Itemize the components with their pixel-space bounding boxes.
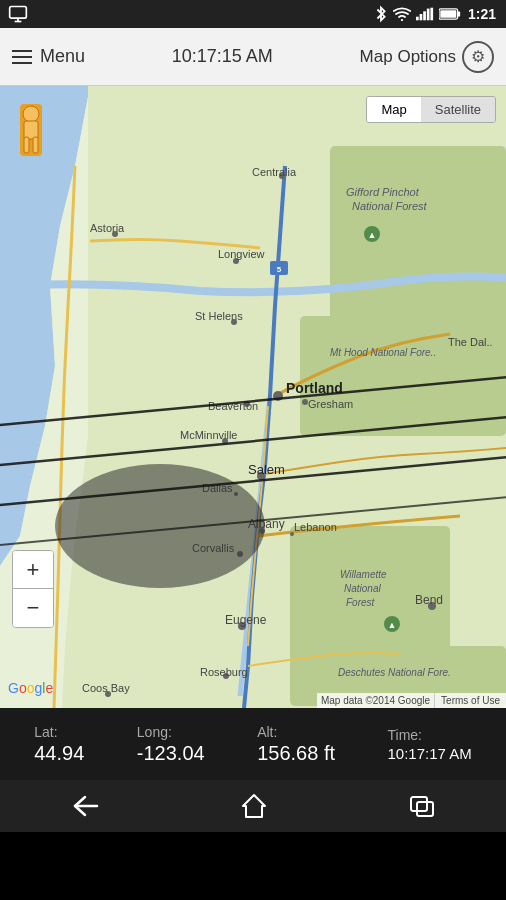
lat-value: 44.94 [34,742,84,765]
svg-text:Salem: Salem [248,462,285,477]
bottom-nav-bar [0,780,506,832]
svg-point-29 [222,438,228,444]
svg-text:Forest: Forest [346,597,376,608]
menu-label: Menu [40,46,85,67]
svg-text:The Dal..: The Dal.. [448,336,493,348]
svg-text:▲: ▲ [368,230,377,240]
svg-rect-18 [290,526,450,706]
svg-point-34 [234,492,238,496]
svg-rect-11 [440,10,456,18]
info-bar: Lat: 44.94 Long: -123.04 Alt: 156.68 ft … [0,708,506,780]
recents-icon [409,795,435,817]
terms-of-use-link[interactable]: Terms of Use [434,693,506,708]
svg-rect-17 [300,316,506,436]
zoom-in-button[interactable]: + [13,551,53,589]
svg-text:Corvallis: Corvallis [192,542,235,554]
svg-text:Gresham: Gresham [308,398,353,410]
svg-text:5: 5 [277,265,282,274]
svg-rect-8 [430,8,433,21]
status-bar: 1:21 [0,0,506,28]
svg-text:▲: ▲ [388,620,397,630]
svg-line-67 [0,456,506,506]
map-type-satellite-button[interactable]: Satellite [421,97,495,122]
pegman-icon[interactable] [12,104,50,156]
svg-point-36 [105,691,111,697]
latitude-display: Lat: 44.94 [34,724,84,765]
svg-rect-83 [417,802,433,816]
svg-text:Roseburg: Roseburg [200,666,248,678]
svg-point-26 [238,622,246,630]
zoom-out-button[interactable]: − [13,589,53,627]
svg-text:Deschutes National Fore.: Deschutes National Fore. [338,667,451,678]
back-button[interactable] [51,787,119,825]
map-data-text: Map data ©2014 Google [317,693,434,708]
svg-point-32 [112,231,118,237]
svg-point-3 [401,19,403,21]
svg-point-33 [233,258,239,264]
google-logo: Google [8,680,53,696]
long-label: Long: [137,724,172,740]
svg-rect-78 [24,137,29,153]
time-display: Time: 10:17:17 AM [388,727,472,762]
map-type-map-button[interactable]: Map [367,97,420,122]
svg-text:Albany: Albany [248,517,285,531]
map-container[interactable]: 5 [0,86,506,708]
svg-point-30 [428,602,436,610]
svg-point-69 [364,226,380,242]
svg-rect-16 [330,146,506,346]
map-attribution: Map data ©2014 Google Terms of Use [317,693,506,708]
status-time: 1:21 [468,6,496,22]
gear-icon: ⚙ [462,41,494,73]
svg-point-23 [257,472,265,480]
svg-rect-7 [427,9,430,21]
svg-text:Portland: Portland [286,380,343,396]
svg-rect-82 [411,797,427,811]
svg-point-25 [237,551,243,557]
svg-rect-5 [420,14,423,20]
bluetooth-icon [374,5,388,23]
svg-text:St Helens: St Helens [195,310,243,322]
svg-point-35 [290,532,294,536]
svg-point-76 [23,106,39,122]
hamburger-icon [12,50,32,64]
svg-point-28 [302,399,308,405]
svg-point-27 [244,401,250,407]
alt-value: 156.68 ft [257,742,335,765]
svg-point-37 [223,673,229,679]
map-background: 5 [0,86,506,708]
svg-point-71 [384,616,400,632]
svg-text:Bend: Bend [415,593,443,607]
current-time: 10:17:15 AM [172,46,273,67]
svg-text:Coos Bay: Coos Bay [82,682,130,694]
svg-text:Lebanon: Lebanon [294,521,337,533]
svg-text:National: National [344,583,381,594]
map-type-toggle: Map Satellite [366,96,496,123]
svg-text:Eugene: Eugene [225,613,267,627]
svg-text:Astoria: Astoria [90,222,125,234]
svg-marker-81 [243,795,265,817]
svg-text:Mt Hood National Fore..: Mt Hood National Fore.. [330,347,436,358]
svg-point-31 [231,319,237,325]
home-button[interactable] [221,785,287,827]
svg-rect-20 [270,261,288,275]
long-value: -123.04 [137,742,205,765]
svg-point-24 [259,528,265,534]
svg-text:Dallas: Dallas [202,482,233,494]
svg-rect-79 [33,137,38,153]
top-bar: Menu 10:17:15 AM Map Options ⚙ [0,28,506,86]
signal-icon [416,7,434,21]
svg-rect-6 [423,11,426,20]
home-icon [241,793,267,819]
svg-text:National Forest: National Forest [352,200,428,212]
menu-button[interactable]: Menu [12,46,85,67]
svg-rect-77 [24,121,38,139]
recents-button[interactable] [389,787,455,825]
svg-point-64 [55,464,265,588]
svg-rect-0 [10,7,27,19]
svg-rect-15 [88,86,506,708]
map-options-button[interactable]: Map Options ⚙ [360,41,494,73]
svg-line-66 [0,416,506,466]
svg-text:Centralia: Centralia [252,166,297,178]
svg-rect-4 [416,17,419,21]
alt-label: Alt: [257,724,277,740]
